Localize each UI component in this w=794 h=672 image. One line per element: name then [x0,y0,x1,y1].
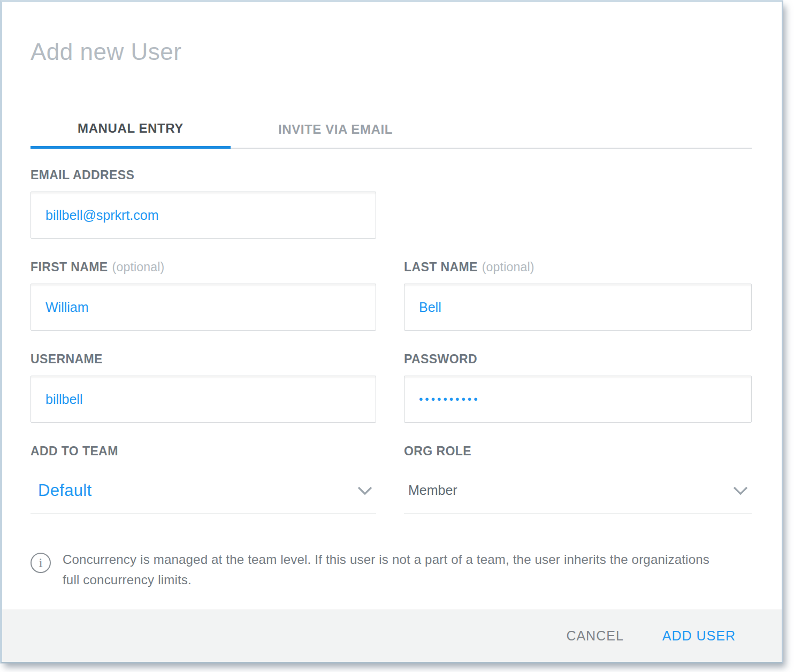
last-name-label: LAST NAME(optional) [404,260,752,274]
password-block: PASSWORD [404,352,752,423]
email-label: EMAIL ADDRESS [30,168,752,182]
tab-manual-entry[interactable]: MANUAL ENTRY [30,121,231,149]
first-name-field[interactable] [30,284,376,331]
concurrency-note: i Concurrency is managed at the team lev… [30,549,752,590]
add-user-button[interactable]: ADD USER [662,628,736,644]
name-row: FIRST NAME(optional) LAST NAME(optional) [30,260,752,331]
dropdown-row: ADD TO TEAM Default ORG ROLE Member [30,444,752,514]
add-to-team-label: ADD TO TEAM [30,444,376,459]
org-role-block: ORG ROLE Member [404,444,752,514]
org-role-selected-value: Member [404,483,457,498]
username-block: USERNAME [30,352,376,423]
email-field[interactable] [30,192,376,239]
add-to-team-select[interactable]: Default [30,467,376,514]
password-field[interactable] [404,376,752,423]
add-to-team-selected-value: Default [30,481,91,500]
page-background: Add new User MANUAL ENTRY INVITE VIA EMA… [0,0,794,672]
username-field[interactable] [30,376,376,423]
credentials-row: USERNAME PASSWORD [30,352,752,423]
last-name-label-text: LAST NAME [404,260,478,274]
info-icon: i [30,553,51,573]
add-to-team-block: ADD TO TEAM Default [30,444,376,514]
first-name-label-text: FIRST NAME [30,260,108,274]
username-label: USERNAME [30,352,376,366]
first-name-label: FIRST NAME(optional) [30,260,376,274]
org-role-label: ORG ROLE [404,444,752,459]
cancel-button[interactable]: CANCEL [566,628,623,644]
first-name-optional-hint: (optional) [112,260,165,274]
last-name-field[interactable] [404,284,752,331]
dialog-footer: CANCEL ADD USER [2,609,782,662]
org-role-select[interactable]: Member [404,467,752,514]
chevron-down-icon [732,486,749,495]
last-name-optional-hint: (optional) [482,260,535,274]
dialog-content: Add new User MANUAL ENTRY INVITE VIA EMA… [2,2,782,609]
add-user-dialog: Add new User MANUAL ENTRY INVITE VIA EMA… [0,0,783,663]
dialog-title: Add new User [30,39,752,65]
tab-bar: MANUAL ENTRY INVITE VIA EMAIL [30,121,752,149]
email-field-block: EMAIL ADDRESS [30,168,752,239]
chevron-down-icon [357,486,373,495]
tab-invite-via-email[interactable]: INVITE VIA EMAIL [231,121,440,148]
concurrency-note-text: Concurrency is managed at the team level… [63,549,710,590]
first-name-block: FIRST NAME(optional) [30,260,376,331]
password-label: PASSWORD [404,352,752,366]
last-name-block: LAST NAME(optional) [404,260,752,331]
